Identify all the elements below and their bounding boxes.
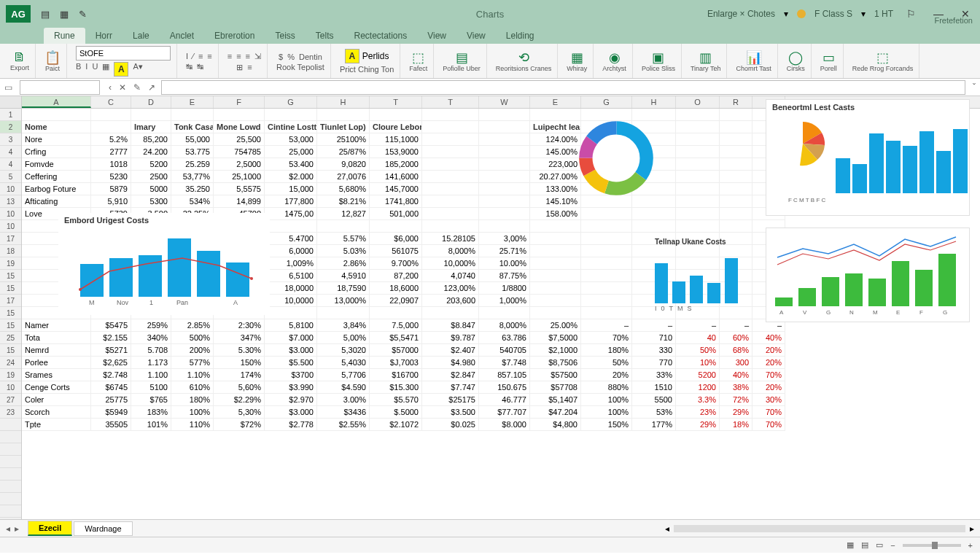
tab-lale[interactable]: Lale [122,28,160,44]
cell[interactable] [530,307,581,319]
cell[interactable]: $8,7506 [530,357,581,369]
cell[interactable]: 5,680% [317,183,370,195]
cell[interactable] [370,220,422,233]
cell[interactable]: $2.1072 [370,419,422,431]
cell[interactable]: 25,500 [214,133,265,146]
cell[interactable]: 72% [720,394,752,406]
align-left-icon[interactable]: ≡ [228,52,232,61]
row-header[interactable]: 4 [0,146,21,158]
cell[interactable]: $5,1407 [530,394,581,406]
cell[interactable]: $5.570 [370,394,422,406]
cell[interactable] [530,220,581,233]
tab-ebreration[interactable]: Ebrerotion [204,28,265,44]
cell[interactable] [676,208,720,220]
cell[interactable]: Earbog Foture [22,183,91,195]
cell[interactable] [479,171,530,183]
cell[interactable] [265,109,317,121]
cell[interactable]: 53,77% [171,171,214,183]
row-header[interactable]: 23 [0,406,21,419]
cell[interactable] [422,133,479,146]
cell[interactable]: 24.200 [131,146,171,158]
cell[interactable] [214,109,265,121]
cell[interactable]: $77.707 [479,406,530,419]
row-header[interactable]: 15 [0,282,21,295]
cell[interactable] [581,295,632,307]
cell[interactable]: 5500 [632,394,676,406]
cell[interactable] [720,208,752,220]
col-header[interactable]: G [265,96,317,108]
cell[interactable] [265,307,317,319]
cell[interactable]: $6,000 [370,233,422,245]
cell[interactable]: 8,000% [479,319,530,332]
row-header[interactable]: 15 [0,307,21,319]
col-header[interactable]: W [479,96,530,108]
cell[interactable]: 55,000 [171,133,214,146]
cell[interactable]: 101% [131,419,171,431]
col-header[interactable]: D [131,96,171,108]
cell[interactable]: $2.778 [265,419,317,431]
embed-chart-1[interactable]: Embord Urigest Costs M Nov 1 Pan A [58,213,270,315]
cell[interactable]: 880% [581,381,632,394]
cell[interactable]: 150.675 [479,381,530,394]
rib-g10[interactable]: ⬚Rede Rrog Forcands [847,44,920,78]
cell[interactable]: 115,1000 [370,133,422,146]
cell[interactable]: 1510 [632,381,676,394]
col-header[interactable]: C [91,96,131,108]
cell[interactable]: $2.29% [214,394,265,406]
cell[interactable]: 5,5575 [214,183,265,195]
cell[interactable]: 177,800 [265,195,317,208]
cell[interactable]: 4,5910 [317,270,370,282]
cell[interactable]: $2.748 [91,369,131,381]
cell[interactable] [422,208,479,220]
cell[interactable]: 710 [632,332,676,344]
font-color-icon[interactable]: A▾ [133,62,142,77]
cell[interactable]: 3.00% [317,394,370,406]
cell[interactable]: 145.10% [530,195,581,208]
row-header[interactable]: 24 [0,357,21,369]
cell[interactable] [720,183,752,195]
view-layout-icon[interactable]: ▤ [861,540,868,550]
font-name-input[interactable]: StOFE [76,46,171,61]
cell[interactable]: 22,0907 [370,295,422,307]
row-header[interactable]: 18 [0,245,21,257]
cell[interactable]: 13,000% [317,295,370,307]
tab-rectect[interactable]: Rectectations [343,28,417,44]
col-header[interactable]: T [370,96,422,108]
cell[interactable] [676,171,720,183]
cell[interactable] [581,282,632,295]
cell[interactable]: $57500 [530,369,581,381]
cell[interactable]: $5.500 [265,357,317,369]
row-header[interactable]: 10 [0,183,21,195]
cell[interactable]: $0.025 [422,419,479,431]
row-header[interactable] [0,419,21,431]
cell[interactable]: 15.28105 [422,233,479,245]
cell[interactable]: $2.000 [265,171,317,183]
cell[interactable]: $7.748 [479,357,530,369]
cell[interactable]: 53.775 [171,146,214,158]
tab-lelding[interactable]: Lelding [496,28,545,44]
cell[interactable]: 347% [214,332,265,344]
outdent-icon[interactable]: ↹ [197,62,203,71]
cell[interactable]: 87.75% [479,270,530,282]
cell[interactable]: 1,000% [479,295,530,307]
col-header[interactable]: G [581,96,632,108]
cell[interactable]: Cloure Leborth [370,121,422,133]
cell[interactable]: 5.30% [214,344,265,357]
undo-icon[interactable]: ▦ [60,9,69,20]
cell[interactable]: 2500 [131,171,171,183]
col-header[interactable]: H [317,96,370,108]
cell[interactable] [632,220,676,233]
row-header[interactable]: 27 [0,394,21,406]
cell[interactable]: 20% [581,369,632,381]
cell[interactable]: 14,899 [214,195,265,208]
row-header[interactable] [0,456,21,468]
cell[interactable] [720,171,752,183]
cell[interactable]: $25175 [422,394,479,406]
cell[interactable]: 40% [752,332,785,344]
rib-g1[interactable]: ▤Pofiolle Uber [437,44,487,78]
cell[interactable]: 123,00% [422,282,479,295]
view-normal-icon[interactable]: ▦ [847,540,854,550]
row-header[interactable]: 15 [0,270,21,282]
zoom-out-icon[interactable]: − [890,541,895,550]
align-center-icon[interactable]: ≡ [236,52,241,61]
